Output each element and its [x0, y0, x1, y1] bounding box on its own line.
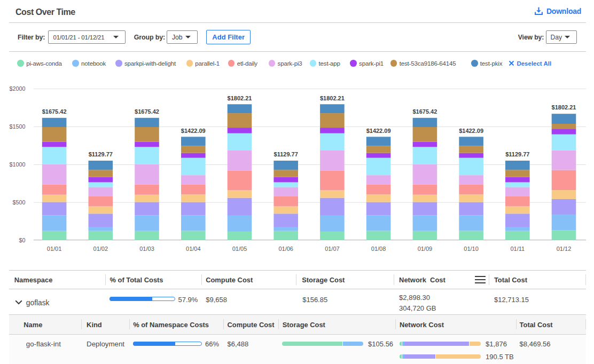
svg-text:$2000: $2000	[9, 85, 25, 92]
svg-text:$1129.77: $1129.77	[505, 151, 529, 157]
svg-text:$1500: $1500	[9, 123, 25, 130]
svg-text:$1000: $1000	[9, 161, 25, 168]
svg-text:$1675.42: $1675.42	[135, 108, 159, 115]
svg-text:01/12: 01/12	[557, 246, 572, 252]
svg-text:$1802.21: $1802.21	[320, 95, 345, 101]
svg-text:$1802.21: $1802.21	[552, 104, 576, 110]
svg-text:$500: $500	[12, 199, 25, 205]
svg-text:01/05: 01/05	[232, 246, 247, 252]
svg-text:$1675.42: $1675.42	[412, 108, 437, 115]
svg-text:01/07: 01/07	[325, 246, 340, 252]
svg-text:01/01: 01/01	[47, 246, 62, 252]
svg-text:$1129.77: $1129.77	[89, 151, 113, 157]
svg-text:01/11: 01/11	[510, 246, 525, 252]
svg-text:$1129.77: $1129.77	[274, 151, 298, 157]
svg-text:$1422.09: $1422.09	[181, 128, 206, 134]
svg-text:$1675.42: $1675.42	[42, 108, 67, 115]
svg-text:01/09: 01/09	[418, 246, 433, 252]
svg-text:$0: $0	[19, 237, 25, 243]
svg-text:$1422.09: $1422.09	[459, 128, 483, 134]
svg-text:$1802.21: $1802.21	[228, 95, 252, 101]
svg-text:01/02: 01/02	[93, 246, 108, 252]
svg-text:01/03: 01/03	[139, 246, 154, 252]
svg-text:01/08: 01/08	[371, 246, 386, 252]
svg-text:$1422.09: $1422.09	[366, 128, 391, 134]
svg-text:01/06: 01/06	[278, 246, 293, 252]
svg-text:01/10: 01/10	[464, 246, 479, 252]
svg-text:01/04: 01/04	[186, 246, 201, 252]
